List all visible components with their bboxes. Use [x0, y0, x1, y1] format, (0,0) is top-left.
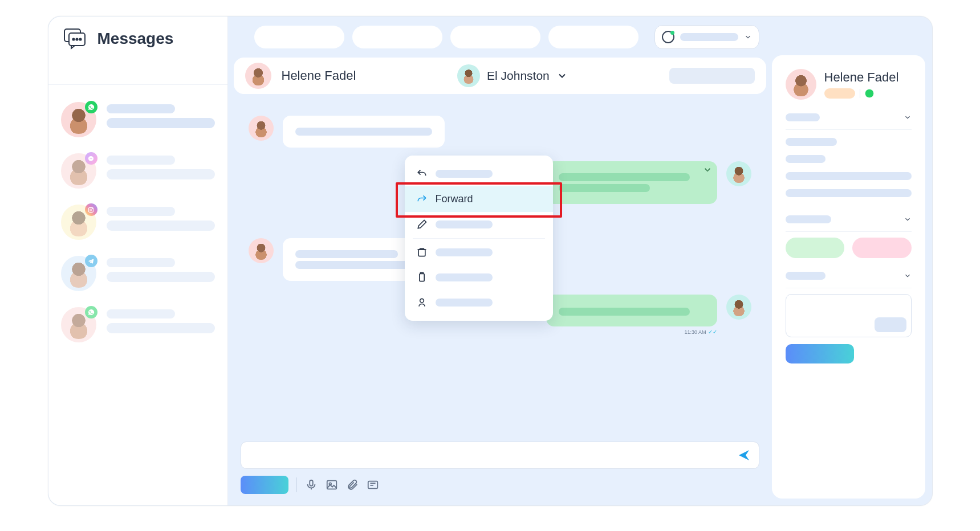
agent-avatar: [457, 64, 480, 87]
svg-rect-9: [419, 273, 424, 281]
chevron-down-icon: [904, 113, 912, 121]
conversation-item[interactable]: [55, 248, 221, 299]
menu-forward[interactable]: Forward: [405, 186, 553, 212]
contact-avatar[interactable]: [786, 69, 816, 100]
conversation-item[interactable]: [55, 145, 221, 197]
chevron-down-icon: [904, 215, 912, 223]
avatar: [61, 102, 96, 137]
contact-panel: Helene Fadel: [772, 55, 925, 499]
message-bubble[interactable]: [546, 161, 717, 204]
panel-row: [786, 133, 912, 150]
messenger-icon: [85, 152, 97, 165]
chevron-down-icon: [904, 272, 912, 280]
notes-save-button[interactable]: [875, 317, 906, 332]
messages-icon: [63, 28, 87, 50]
chat-header: Helene Fadel El Johnston: [234, 58, 766, 94]
divider: [860, 89, 860, 98]
panel-action-button[interactable]: [786, 344, 854, 363]
resolve-button[interactable]: [786, 238, 845, 258]
topbar-pill[interactable]: [548, 26, 639, 48]
agent-name: El Johnston: [487, 69, 550, 83]
conversation-preview: [107, 205, 215, 231]
panel-section: [786, 109, 912, 202]
close-button[interactable]: [852, 238, 912, 258]
conversation-preview: [107, 102, 215, 128]
contact-name: Helene Fadel: [824, 70, 899, 85]
template-icon[interactable]: [367, 479, 379, 491]
divider: [296, 477, 297, 492]
panel-row[interactable]: [786, 109, 912, 126]
send-icon[interactable]: [737, 448, 751, 462]
conversation-preview: [107, 307, 215, 333]
menu-copy[interactable]: [405, 265, 553, 290]
conversation-item[interactable]: [55, 94, 221, 145]
composer-area: [228, 435, 772, 505]
contact-avatar[interactable]: [245, 63, 271, 89]
page-title: Messages: [97, 30, 174, 48]
main-area: Helene Fadel El Johnston: [228, 17, 772, 505]
composer-toolbar: [241, 476, 759, 494]
sidebar-tabs: [48, 62, 227, 85]
clipboard-icon: [416, 272, 428, 283]
message-avatar: [726, 161, 751, 186]
status-label-placeholder: [680, 33, 738, 41]
conversation-preview: [107, 153, 215, 179]
conversation-preview: [107, 256, 215, 282]
conversation-list[interactable]: [48, 85, 227, 505]
message-left: [249, 116, 751, 148]
svg-point-15: [865, 89, 873, 98]
menu-label-placeholder: [436, 248, 493, 256]
message-bubble[interactable]: [283, 116, 445, 148]
panel-section: [786, 267, 912, 363]
conversation-item[interactable]: [55, 197, 221, 248]
panel-buttons: [786, 238, 912, 258]
topbar: [228, 17, 772, 58]
message-input[interactable]: [241, 442, 759, 469]
chat-body: 11:30 AM✓✓ Forward: [228, 99, 772, 435]
menu-assign[interactable]: [405, 290, 553, 315]
topbar-pill[interactable]: [450, 26, 540, 48]
panel-row[interactable]: [786, 267, 912, 284]
chat-header-right: [669, 68, 755, 84]
attachment-icon[interactable]: [346, 479, 359, 491]
menu-edit[interactable]: [405, 212, 553, 237]
topbar-pill[interactable]: [254, 26, 344, 48]
image-icon[interactable]: [326, 479, 338, 491]
topbar-pill[interactable]: [352, 26, 442, 48]
status-dropdown[interactable]: [654, 25, 759, 49]
menu-label-placeholder: [436, 299, 493, 307]
message-avatar: [726, 295, 751, 320]
avatar: [61, 256, 96, 291]
menu-label-placeholder: [436, 273, 493, 281]
menu-delete[interactable]: [405, 240, 553, 265]
chevron-down-icon[interactable]: [702, 165, 713, 175]
menu-reply[interactable]: [405, 161, 553, 186]
menu-forward-label: Forward: [436, 193, 473, 205]
conversation-item[interactable]: [55, 299, 221, 350]
message-timestamp: 11:30 AM✓✓: [684, 329, 717, 335]
clock-icon: [662, 31, 674, 43]
composer-primary-button[interactable]: [241, 476, 288, 494]
panel-row: [786, 150, 912, 168]
avatar: [61, 153, 96, 189]
mic-icon[interactable]: [305, 479, 318, 491]
menu-separator: [413, 238, 545, 239]
message-avatar: [249, 116, 274, 141]
header-action-placeholder[interactable]: [669, 68, 755, 84]
message-bubble[interactable]: [546, 295, 717, 326]
whatsapp-icon: [85, 101, 97, 113]
edit-icon: [416, 219, 428, 230]
notes-textarea[interactable]: [786, 294, 912, 337]
panel-row: [786, 168, 912, 185]
telegram-icon: [85, 255, 97, 267]
message-avatar: [249, 238, 274, 263]
assignee-switcher[interactable]: El Johnston: [366, 64, 658, 87]
trash-icon: [416, 247, 428, 258]
svg-rect-8: [418, 250, 425, 256]
svg-rect-11: [310, 480, 313, 486]
panel-row[interactable]: [786, 211, 912, 228]
contact-panel-header: Helene Fadel: [786, 69, 912, 100]
avatar: [61, 205, 96, 240]
menu-label-placeholder: [436, 170, 493, 178]
chevron-down-icon: [556, 70, 568, 81]
